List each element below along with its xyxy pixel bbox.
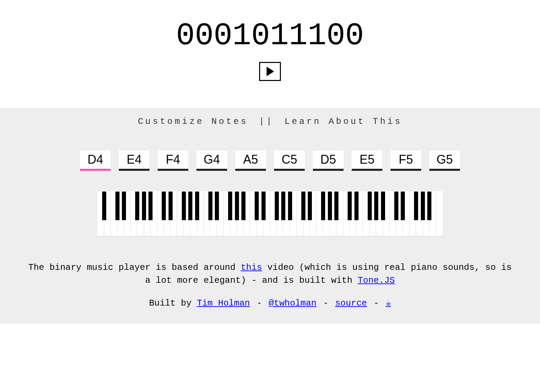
credit-twitter-link[interactable]: @twholman	[269, 298, 316, 308]
black-key[interactable]	[115, 192, 120, 220]
black-key[interactable]	[102, 192, 106, 220]
black-key[interactable]	[328, 192, 332, 220]
note-input-4[interactable]	[235, 150, 266, 171]
black-key[interactable]	[401, 192, 405, 220]
credit-author-link[interactable]: Tim Holman	[197, 298, 250, 308]
black-key[interactable]	[148, 192, 153, 220]
desc-link-tonejs[interactable]: Tone.JS	[358, 275, 395, 285]
note-input-3[interactable]	[196, 150, 227, 171]
note-input-8[interactable]	[391, 150, 421, 171]
note-input-6[interactable]	[313, 150, 344, 171]
black-key[interactable]	[241, 192, 245, 220]
black-key[interactable]	[208, 192, 212, 220]
black-key[interactable]	[374, 192, 378, 220]
desc-link-video[interactable]: this	[241, 262, 262, 273]
note-input-5[interactable]	[274, 150, 305, 171]
black-key[interactable]	[162, 192, 166, 220]
black-key[interactable]	[308, 192, 312, 220]
white-key[interactable]	[436, 192, 443, 236]
note-input-1[interactable]	[119, 150, 149, 171]
note-input-9[interactable]	[429, 150, 460, 171]
black-key[interactable]	[288, 192, 292, 220]
svg-marker-0	[267, 67, 274, 76]
black-key[interactable]	[122, 192, 126, 220]
credit-prefix: Built by	[149, 298, 197, 308]
black-key[interactable]	[195, 192, 199, 220]
note-input-0[interactable]	[80, 150, 111, 171]
credit-sep-3: -	[368, 298, 384, 308]
credit-sep-1: -	[251, 298, 267, 308]
note-input-7[interactable]	[352, 150, 382, 171]
nav-learn[interactable]: Learn About This	[284, 116, 402, 127]
black-key[interactable]	[255, 192, 259, 220]
credit-source-link[interactable]: source	[335, 298, 367, 308]
black-key[interactable]	[215, 192, 219, 220]
black-key[interactable]	[135, 192, 139, 220]
play-icon	[266, 67, 274, 76]
black-key[interactable]	[427, 192, 431, 220]
black-key[interactable]	[142, 192, 146, 220]
black-key[interactable]	[261, 192, 266, 220]
black-key[interactable]	[235, 192, 239, 220]
note-input-2[interactable]	[158, 150, 188, 171]
desc-text-1: The binary music player is based around	[28, 262, 241, 273]
black-key[interactable]	[414, 192, 418, 220]
section-nav: Customize Notes || Learn About This	[0, 116, 540, 127]
black-key[interactable]	[421, 192, 425, 220]
nav-separator: ||	[259, 116, 274, 127]
description: The binary music player is based around …	[0, 261, 540, 310]
black-key[interactable]	[169, 192, 173, 220]
black-key[interactable]	[334, 192, 338, 220]
black-key[interactable]	[275, 192, 279, 220]
note-inputs-row	[0, 150, 540, 171]
black-key[interactable]	[381, 192, 385, 220]
black-key[interactable]	[321, 192, 325, 220]
play-button[interactable]	[259, 62, 281, 81]
black-key[interactable]	[228, 192, 232, 220]
black-key[interactable]	[301, 192, 305, 220]
piano-wrap	[0, 191, 540, 238]
black-key[interactable]	[368, 192, 372, 220]
piano-keyboard[interactable]	[97, 191, 443, 235]
credit-sep-2: -	[318, 298, 334, 308]
black-key[interactable]	[281, 192, 285, 220]
black-key[interactable]	[354, 192, 359, 220]
black-key[interactable]	[188, 192, 192, 220]
binary-counter: 0001011100	[0, 20, 540, 52]
credit-coffee-link[interactable]: ☕	[386, 298, 391, 308]
header-section: 0001011100	[0, 0, 540, 108]
nav-customize[interactable]: Customize Notes	[138, 116, 248, 127]
black-key[interactable]	[348, 192, 352, 220]
black-key[interactable]	[182, 192, 186, 220]
content-section: Customize Notes || Learn About This The …	[0, 108, 540, 324]
credit-line: Built by Tim Holman - @twholman - source…	[27, 297, 513, 310]
black-key[interactable]	[394, 192, 398, 220]
